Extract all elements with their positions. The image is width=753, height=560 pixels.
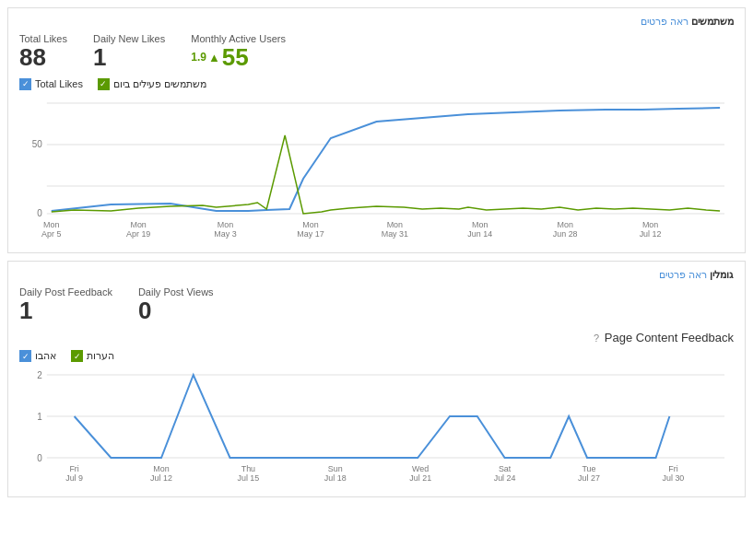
daily-post-feedback-value: 1 (19, 298, 112, 324)
users-title: משתמשים (691, 16, 734, 27)
svg-text:Jul 12: Jul 12 (150, 473, 172, 483)
mau-stat: Monthly Active Users 1.9 ▲ 55 (191, 33, 286, 71)
users-section: משתמשים ראה פרטים Total Likes 88 Daily N… (7, 7, 746, 253)
legend-liked-label: אהבו (35, 350, 56, 362)
legend-liked: ✓ אהבו (19, 350, 56, 362)
svg-text:May 17: May 17 (297, 229, 324, 239)
svg-text:Mon: Mon (472, 220, 488, 229)
svg-text:Jul 9: Jul 9 (65, 473, 83, 483)
engagement-legend: ✓ אהבו ✓ הערות (19, 350, 734, 362)
daily-post-views-value: 0 (138, 298, 214, 324)
legend-comments: ✓ הערות (71, 350, 114, 362)
svg-text:Wed: Wed (412, 464, 429, 473)
svg-text:Sat: Sat (499, 464, 512, 473)
mau-change: 1.9 (191, 51, 206, 64)
daily-post-feedback-label: Daily Post Feedback (19, 286, 112, 298)
mau-value-row: 1.9 ▲ 55 (191, 44, 286, 71)
svg-text:Jun 14: Jun 14 (467, 229, 492, 239)
svg-text:Jul 21: Jul 21 (409, 473, 431, 483)
engagement-stats-row: Daily Post Feedback 1 Daily Post Views 0 (19, 286, 734, 324)
users-chart: 50 0 Mon Apr 5 Mon Apr 19 Mon May 3 Mon … (19, 94, 734, 241)
svg-text:Mon: Mon (218, 220, 233, 229)
svg-text:Sun: Sun (328, 464, 343, 473)
mau-value: 55 (222, 44, 249, 71)
legend-comments-label: הערות (87, 350, 114, 362)
svg-text:Jul 15: Jul 15 (237, 473, 259, 483)
comments-checkbox[interactable]: ✓ (71, 350, 83, 362)
svg-text:Jul 12: Jul 12 (640, 229, 662, 239)
question-mark-icon: ? (594, 332, 599, 344)
svg-text:Jul 27: Jul 27 (578, 473, 600, 483)
legend-daily-active-label: משתמשים פעילים ביום (113, 78, 206, 90)
total-likes-checkbox[interactable]: ✓ (19, 78, 31, 90)
svg-text:Jul 30: Jul 30 (662, 473, 684, 483)
svg-text:Tue: Tue (582, 464, 595, 473)
engagement-see-details-link[interactable]: ראה פרטים (659, 269, 707, 280)
svg-text:Apr 5: Apr 5 (41, 229, 61, 239)
svg-text:Apr 19: Apr 19 (126, 229, 150, 239)
daily-new-likes-stat: Daily New Likes 1 (93, 33, 165, 71)
svg-text:May 3: May 3 (214, 229, 236, 239)
users-section-header: משתמשים ראה פרטים (19, 16, 734, 28)
users-see-details-link[interactable]: ראה פרטים (641, 16, 688, 27)
svg-text:1: 1 (37, 412, 42, 422)
svg-text:0: 0 (37, 453, 42, 463)
feedback-title-text: Page Content Feedback (605, 331, 734, 344)
svg-text:Mon: Mon (43, 220, 59, 229)
svg-text:Mon: Mon (642, 220, 658, 229)
svg-text:Fri: Fri (69, 464, 78, 473)
engagement-chart: 2 1 0 Fri Jul 9 Mon Jul 12 Thu Jul 15 Su… (19, 366, 734, 485)
daily-new-likes-value: 1 (93, 44, 165, 71)
svg-text:Mon: Mon (557, 220, 572, 229)
svg-text:2: 2 (37, 370, 42, 380)
svg-text:0: 0 (37, 208, 42, 218)
engagement-section-header: גומלין ראה פרטים (19, 269, 734, 281)
svg-text:May 31: May 31 (382, 229, 408, 239)
users-stats-row: Total Likes 88 Daily New Likes 1 Monthly… (19, 33, 734, 71)
daily-post-views-stat: Daily Post Views 0 (138, 286, 214, 324)
daily-post-views-label: Daily Post Views (138, 286, 214, 298)
legend-daily-active: ✓ משתמשים פעילים ביום (98, 78, 206, 90)
total-likes-stat: Total Likes 88 (19, 33, 67, 71)
svg-text:50: 50 (32, 139, 42, 149)
daily-post-feedback-stat: Daily Post Feedback 1 (19, 286, 112, 324)
users-legend: ✓ Total Likes ✓ משתמשים פעילים ביום (19, 78, 734, 90)
svg-text:Thu: Thu (241, 464, 255, 473)
svg-text:Fri: Fri (668, 464, 677, 473)
svg-text:Mon: Mon (130, 220, 146, 229)
daily-active-checkbox[interactable]: ✓ (98, 78, 110, 90)
arrow-up-icon: ▲ (208, 51, 220, 64)
engagement-section: גומלין ראה פרטים Daily Post Feedback 1 D… (7, 261, 746, 498)
svg-text:Jul 18: Jul 18 (324, 473, 347, 483)
legend-total-likes-label: Total Likes (35, 78, 83, 89)
liked-checkbox[interactable]: ✓ (19, 350, 31, 362)
total-likes-value: 88 (19, 44, 67, 71)
svg-text:Mon: Mon (153, 464, 169, 473)
svg-text:Mon: Mon (302, 220, 318, 229)
feedback-title-row: ? Page Content Feedback (19, 331, 734, 344)
svg-text:Jul 24: Jul 24 (494, 473, 516, 483)
svg-text:Jun 28: Jun 28 (553, 229, 578, 239)
svg-text:Mon: Mon (387, 220, 403, 229)
engagement-title: גומלין (710, 269, 734, 280)
legend-total-likes: ✓ Total Likes (19, 78, 83, 90)
